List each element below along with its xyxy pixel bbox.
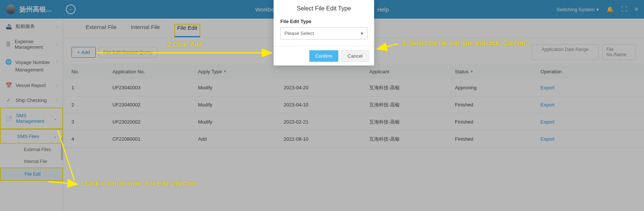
cancel-button[interactable]: Cancel [341,50,369,62]
file-edit-type-modal: Select File Edit Type File Edit Type Ple… [274,0,374,65]
modal-title: Select File Edit Type [274,0,374,19]
field-label: File Edit Type [280,19,367,24]
file-edit-type-select[interactable]: Please Select ▾ [280,27,367,39]
modal-body: File Edit Type Please Select ▾ [274,19,374,46]
select-placeholder: Please Select [284,31,314,36]
confirm-button[interactable]: Confirm [309,50,338,62]
chevron-down-icon: ▾ [361,31,363,36]
modal-footer: Confirm Cancel [274,46,374,65]
